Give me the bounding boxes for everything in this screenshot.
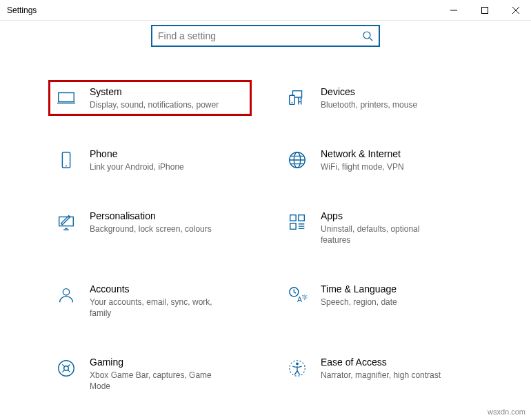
category-description: Background, lock screen, colours	[90, 223, 212, 234]
search-box[interactable]	[151, 25, 380, 47]
svg-point-9	[66, 166, 67, 167]
title-bar: Settings	[0, 0, 531, 21]
minimize-button[interactable]	[438, 0, 469, 21]
window-title: Settings	[0, 6, 37, 15]
svg-rect-15	[290, 223, 296, 229]
time-icon: A字	[283, 284, 311, 306]
svg-rect-2	[59, 93, 74, 102]
category-title: Accounts	[90, 283, 221, 295]
category-personalisation[interactable]: PersonalisationBackground, lock screen, …	[48, 204, 252, 251]
svg-text:字: 字	[302, 294, 308, 301]
devices-icon	[283, 87, 311, 109]
category-title: Gaming	[90, 356, 221, 368]
category-title: Personalisation	[90, 210, 212, 222]
category-description: Narrator, magnifier, high contrast	[321, 370, 441, 381]
maximize-button[interactable]	[469, 0, 500, 21]
category-description: Uninstall, defaults, optional features	[321, 223, 452, 246]
close-button[interactable]	[500, 0, 531, 21]
svg-point-23	[296, 363, 299, 366]
category-devices[interactable]: DevicesBluetooth, printers, mouse	[279, 80, 483, 116]
category-description: Bluetooth, printers, mouse	[321, 99, 417, 110]
svg-point-6	[298, 98, 299, 99]
svg-point-7	[301, 98, 302, 99]
category-network-internet[interactable]: Network & InternetWiFi, flight mode, VPN	[279, 142, 483, 178]
svg-rect-13	[290, 215, 296, 221]
ease-icon	[283, 357, 311, 379]
category-apps[interactable]: AppsUninstall, defaults, optional featur…	[279, 204, 483, 251]
category-gaming[interactable]: GamingXbox Game Bar, captures, Game Mode	[48, 350, 252, 397]
svg-rect-0	[481, 7, 488, 13]
category-title: Apps	[321, 210, 452, 222]
svg-point-5	[292, 102, 293, 103]
gaming-icon	[52, 357, 80, 379]
svg-point-1	[363, 32, 370, 39]
category-accounts[interactable]: AccountsYour accounts, email, sync, work…	[48, 277, 252, 324]
close-icon	[512, 7, 519, 14]
category-ease-of-access[interactable]: Ease of AccessNarrator, magnifier, high …	[279, 350, 483, 397]
search-input[interactable]	[158, 30, 362, 41]
category-title: Devices	[321, 86, 417, 98]
content-area: SystemDisplay, sound, notifications, pow…	[0, 21, 531, 397]
phone-icon	[52, 149, 80, 171]
categories-grid: SystemDisplay, sound, notifications, pow…	[48, 80, 483, 397]
category-description: Xbox Game Bar, captures, Game Mode	[90, 370, 221, 392]
category-system[interactable]: SystemDisplay, sound, notifications, pow…	[48, 80, 252, 116]
apps-icon	[283, 211, 311, 233]
svg-point-16	[63, 289, 69, 295]
accounts-icon	[52, 284, 80, 306]
svg-rect-14	[299, 215, 304, 221]
search-icon	[362, 30, 373, 41]
category-description: Link your Android, iPhone	[90, 161, 184, 172]
watermark: wsxdn.com	[488, 408, 525, 416]
category-time-language[interactable]: A字Time & LanguageSpeech, region, date	[279, 277, 483, 324]
personalisation-icon	[52, 211, 80, 233]
category-title: Network & Internet	[321, 148, 404, 160]
category-description: Speech, region, date	[321, 297, 397, 308]
category-description: WiFi, flight mode, VPN	[321, 161, 404, 172]
svg-point-21	[64, 366, 69, 371]
category-description: Your accounts, email, sync, work, family	[90, 297, 221, 319]
category-description: Display, sound, notifications, power	[90, 99, 219, 110]
category-title: Ease of Access	[321, 356, 441, 368]
system-icon	[52, 87, 80, 109]
network-icon	[283, 149, 311, 171]
category-title: Time & Language	[321, 283, 397, 295]
maximize-icon	[481, 7, 488, 14]
category-title: Phone	[90, 148, 184, 160]
minimize-icon	[450, 7, 457, 14]
category-title: System	[90, 86, 219, 98]
category-phone[interactable]: PhoneLink your Android, iPhone	[48, 142, 252, 178]
